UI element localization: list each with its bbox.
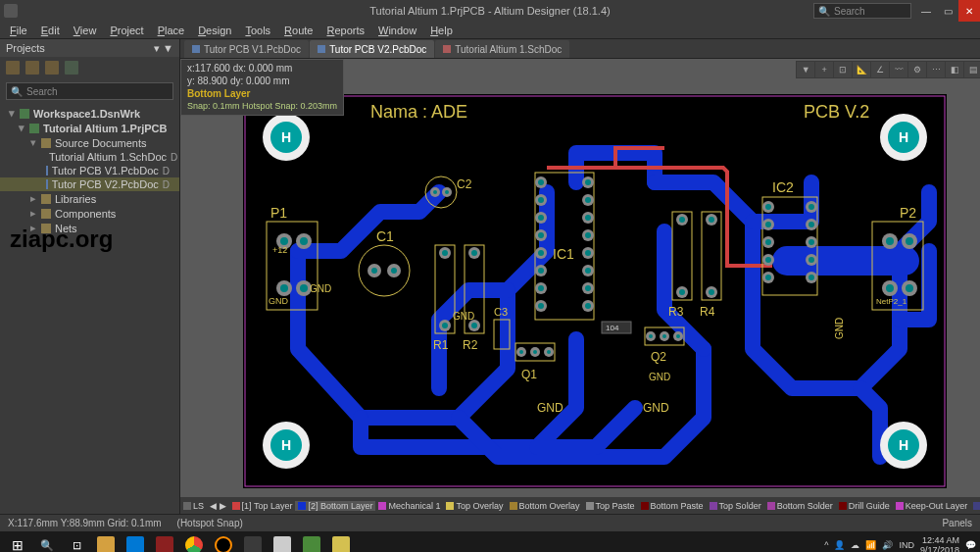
- tree-item[interactable]: ▸Libraries: [0, 191, 179, 206]
- angle-icon[interactable]: ∠: [871, 62, 889, 77]
- title-search-input[interactable]: 🔍Search: [813, 3, 911, 19]
- pcb-board[interactable]: Nama : ADE PCB V.2: [243, 94, 947, 488]
- explorer-icon[interactable]: [92, 533, 120, 552]
- layer-tab[interactable]: Bottom Paste: [638, 501, 707, 511]
- layer-tab[interactable]: ◀ ▶: [207, 501, 229, 511]
- svg-point-31: [906, 237, 913, 245]
- menu-file[interactable]: File: [4, 23, 33, 38]
- menu-place[interactable]: Place: [152, 23, 191, 38]
- doc-tab[interactable]: Tutorial Altium 1.SchDoc: [435, 40, 569, 58]
- tree-item[interactable]: ▾Source Documents: [0, 135, 179, 150]
- doc-tab[interactable]: Tutor PCB V1.PcbDoc: [184, 40, 309, 58]
- svg-text:GND: GND: [643, 401, 669, 415]
- filter-icon[interactable]: ▼: [797, 62, 814, 77]
- camtasia-icon[interactable]: [298, 533, 325, 552]
- layer-tab[interactable]: Bottom Solder: [764, 501, 836, 511]
- open-folder-icon[interactable]: [25, 61, 39, 75]
- svg-point-40: [371, 268, 377, 274]
- close-button[interactable]: ✕: [958, 0, 980, 22]
- menu-edit[interactable]: Edit: [35, 23, 66, 38]
- layer-tab[interactable]: Bottom Overlay: [507, 501, 583, 511]
- layer-tab[interactable]: [1] Top Layer: [229, 501, 296, 511]
- svg-point-80: [538, 303, 544, 309]
- taskview-icon[interactable]: ⊡: [63, 533, 90, 552]
- svg-point-90: [765, 222, 771, 227]
- tray-volume-icon: 🔊: [882, 540, 893, 550]
- svg-point-114: [471, 250, 477, 256]
- altium-icon[interactable]: [239, 533, 267, 552]
- menu-design[interactable]: Design: [192, 23, 237, 38]
- svg-point-54: [585, 179, 591, 185]
- layer-tab[interactable]: LS: [180, 501, 207, 511]
- projects-search-input[interactable]: 🔍Search: [6, 82, 173, 100]
- menu-help[interactable]: Help: [424, 23, 459, 38]
- layer-tab[interactable]: Mechanical 1: [375, 501, 443, 511]
- svg-point-132: [519, 350, 523, 354]
- tree-item[interactable]: ▾Workspace1.DsnWrk: [0, 106, 179, 121]
- tree-item[interactable]: Tutor PCB V2.PcbDocD: [0, 177, 179, 191]
- tray-clock: 12:44 AM9/17/2018: [920, 535, 959, 552]
- layer-tab[interactable]: Top Paste: [583, 501, 638, 511]
- svg-point-140: [649, 334, 653, 338]
- system-tray[interactable]: ^ 👤 ☁ 📶 🔊 IND 12:44 AM9/17/2018 💬: [824, 535, 976, 552]
- doc-tab[interactable]: Tutor PCB V2.PcbDoc: [310, 40, 434, 58]
- menu-project[interactable]: Project: [104, 23, 149, 38]
- app1-icon[interactable]: [151, 533, 178, 552]
- menu-tools[interactable]: Tools: [239, 23, 276, 38]
- measure-icon[interactable]: 📐: [853, 62, 870, 77]
- layer-tab[interactable]: Drill Guide: [836, 501, 893, 511]
- panels-button[interactable]: Panels: [942, 518, 972, 528]
- svg-point-64: [538, 232, 544, 238]
- layer-tabs: LS◀ ▶[1] Top Layer[2] Bottom LayerMechan…: [180, 497, 980, 514]
- save-icon[interactable]: [45, 61, 59, 75]
- layer-tab[interactable]: Drill Drawing: [970, 501, 980, 511]
- start-button[interactable]: ⊞: [4, 533, 31, 552]
- tray-wifi-icon: 📶: [865, 540, 876, 550]
- menu-view[interactable]: View: [68, 23, 103, 38]
- tree-item[interactable]: ▸Components: [0, 206, 179, 221]
- menu-reports[interactable]: Reports: [320, 23, 370, 38]
- layer-tab[interactable]: Top Overlay: [443, 501, 506, 511]
- tray-cloud-icon: ☁: [851, 540, 859, 550]
- tree-item[interactable]: ▾Tutorial Altium 1.PrjPCB: [0, 121, 179, 135]
- grid-icon[interactable]: +: [815, 62, 833, 77]
- gear-icon[interactable]: ⚙: [908, 62, 926, 77]
- route-icon[interactable]: 〰: [890, 62, 907, 77]
- maximize-button[interactable]: ▭: [937, 0, 958, 22]
- svg-point-46: [433, 190, 437, 194]
- app2-icon[interactable]: [269, 533, 296, 552]
- snap-icon[interactable]: ⊡: [834, 62, 852, 77]
- svg-point-35: [906, 284, 913, 292]
- minimize-button[interactable]: —: [915, 0, 937, 22]
- search-icon[interactable]: 🔍: [33, 533, 61, 552]
- refresh-icon[interactable]: [65, 61, 78, 75]
- svg-text:GND: GND: [453, 311, 474, 322]
- svg-text:GND: GND: [834, 318, 845, 339]
- menu-bar: FileEditViewProjectPlaceDesignToolsRoute…: [0, 22, 980, 39]
- menu-route[interactable]: Route: [278, 23, 318, 38]
- chrome-icon[interactable]: [180, 533, 208, 552]
- aimp-icon[interactable]: [210, 533, 237, 552]
- svg-point-52: [538, 179, 544, 185]
- svg-text:IC1: IC1: [553, 246, 574, 262]
- pcb-canvas[interactable]: Nama : ADE PCB V.2: [180, 59, 980, 497]
- svg-text:GND: GND: [537, 401, 564, 415]
- layer-icon[interactable]: ▤: [964, 62, 980, 77]
- app3-icon[interactable]: [327, 533, 355, 552]
- tree-item[interactable]: Tutorial Altium 1.SchDocD: [0, 150, 179, 164]
- menu-window[interactable]: Window: [372, 23, 422, 38]
- layer-tab[interactable]: [2] Bottom Layer: [295, 501, 375, 511]
- svg-point-86: [765, 204, 771, 210]
- new-file-icon[interactable]: [6, 61, 20, 75]
- panel-collapse-icon[interactable]: ▾ ▼: [154, 42, 173, 55]
- store-icon[interactable]: [122, 533, 149, 552]
- layer-tab[interactable]: Top Solder: [707, 501, 764, 511]
- 3d-icon[interactable]: ◧: [946, 62, 963, 77]
- layer-tab[interactable]: Keep-Out Layer: [893, 501, 971, 511]
- more-icon[interactable]: ⋯: [927, 62, 945, 77]
- svg-point-126: [709, 217, 714, 223]
- svg-point-29: [886, 237, 894, 245]
- svg-text:104: 104: [606, 324, 619, 332]
- svg-text:IC2: IC2: [772, 179, 794, 195]
- tree-item[interactable]: Tutor PCB V1.PcbDocD: [0, 164, 179, 177]
